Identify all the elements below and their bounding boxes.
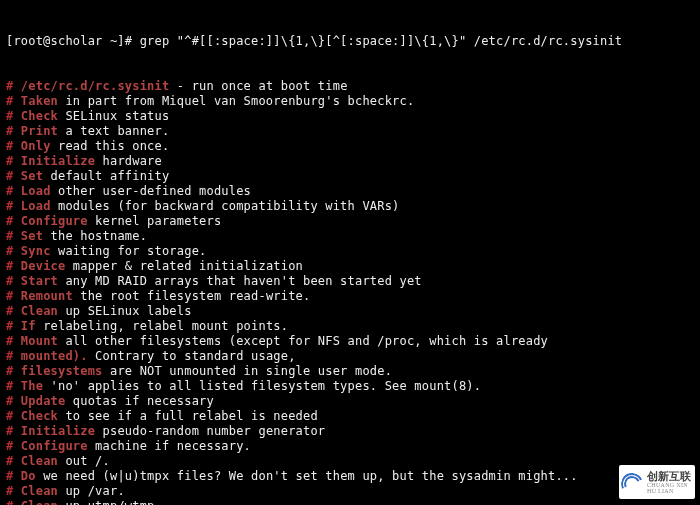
line-rest: default affinity <box>43 169 169 183</box>
comment-hash: # <box>6 229 21 243</box>
highlight-token: Update <box>21 394 66 408</box>
highlight-token: Clean <box>21 499 58 505</box>
output-line: # Start any MD RAID arrays that haven't … <box>6 274 694 289</box>
output-line: # If relabeling, relabel mount points. <box>6 319 694 334</box>
highlight-token: Taken <box>21 94 58 108</box>
shell-prompt: [root@scholar ~]# <box>6 34 132 48</box>
comment-hash: # <box>6 304 21 318</box>
line-rest: machine if necessary. <box>88 439 251 453</box>
line-rest: up /var. <box>58 484 125 498</box>
line-rest: - run once at boot time <box>169 79 347 93</box>
output-line: # Only read this once. <box>6 139 694 154</box>
comment-hash: # <box>6 184 21 198</box>
output-line: # Set the hostname. <box>6 229 694 244</box>
output-line: # Check to see if a full relabel is need… <box>6 409 694 424</box>
output-line: # Clean out /. <box>6 454 694 469</box>
highlight-token: Sync <box>21 244 51 258</box>
comment-hash: # <box>6 94 21 108</box>
watermark-subtitle: CHUANG XIN HU LIAN <box>647 482 691 494</box>
comment-hash: # <box>6 124 21 138</box>
highlight-token: Clean <box>21 454 58 468</box>
output-line: # Clean up SELinux labels <box>6 304 694 319</box>
line-rest: SELinux status <box>58 109 169 123</box>
comment-hash: # <box>6 439 21 453</box>
highlight-token: Set <box>21 169 43 183</box>
line-rest: relabeling, relabel mount points. <box>36 319 288 333</box>
output-line: # Do we need (w|u)tmpx files? We don't s… <box>6 469 694 484</box>
output-line: # Set default affinity <box>6 169 694 184</box>
highlight-token: mounted). <box>21 349 88 363</box>
output-line: # /etc/rc.d/rc.sysinit - run once at boo… <box>6 79 694 94</box>
highlight-token: Configure <box>21 439 88 453</box>
output-line: # Mount all other filesystems (except fo… <box>6 334 694 349</box>
highlight-token: If <box>21 319 36 333</box>
comment-hash: # <box>6 349 21 363</box>
comment-hash: # <box>6 394 21 408</box>
shell-command: grep "^#[[:space:]]\{1,\}[^[:space:]]\{1… <box>140 34 623 48</box>
comment-hash: # <box>6 169 21 183</box>
comment-hash: # <box>6 244 21 258</box>
output-line: # Print a text banner. <box>6 124 694 139</box>
output-line: # Clean up utmp/wtmp <box>6 499 694 505</box>
line-rest: modules (for backward compatibility with… <box>51 199 400 213</box>
highlight-token: /etc/rc.d/rc.sysinit <box>21 79 170 93</box>
output-line: # Initialize hardware <box>6 154 694 169</box>
watermark-logo-icon <box>621 471 643 493</box>
comment-hash: # <box>6 484 21 498</box>
output-line: # The 'no' applies to all listed filesys… <box>6 379 694 394</box>
line-rest: are NOT unmounted in single user mode. <box>103 364 393 378</box>
highlight-token: Check <box>21 109 58 123</box>
output-line: # Configure kernel parameters <box>6 214 694 229</box>
line-rest: the root filesystem read-write. <box>73 289 311 303</box>
highlight-token: Set <box>21 229 43 243</box>
highlight-token: Initialize <box>21 154 95 168</box>
line-rest: in part from Miquel van Smoorenburg's bc… <box>58 94 414 108</box>
terminal-output[interactable]: [root@scholar ~]# grep "^#[[:space:]]\{1… <box>0 0 700 505</box>
watermark-title: 创新互联 <box>647 470 691 482</box>
comment-hash: # <box>6 379 21 393</box>
output-line: # Configure machine if necessary. <box>6 439 694 454</box>
highlight-token: Configure <box>21 214 88 228</box>
line-rest: we need (w|u)tmpx files? We don't set th… <box>36 469 578 483</box>
output-line: # Load modules (for backward compatibili… <box>6 199 694 214</box>
comment-hash: # <box>6 109 21 123</box>
line-rest: hardware <box>95 154 162 168</box>
line-rest: read this once. <box>51 139 170 153</box>
highlight-token: Check <box>21 409 58 423</box>
watermark: 创新互联 CHUANG XIN HU LIAN <box>619 465 695 499</box>
highlight-token: The <box>21 379 43 393</box>
comment-hash: # <box>6 469 21 483</box>
line-rest: quotas if necessary <box>65 394 214 408</box>
comment-hash: # <box>6 319 21 333</box>
highlight-token: Initialize <box>21 424 95 438</box>
line-rest: up utmp/wtmp <box>58 499 155 505</box>
comment-hash: # <box>6 274 21 288</box>
highlight-token: Clean <box>21 304 58 318</box>
highlight-token: Do <box>21 469 36 483</box>
line-rest: mapper & related initialization <box>65 259 303 273</box>
comment-hash: # <box>6 364 21 378</box>
highlight-token: Start <box>21 274 58 288</box>
output-line: # Clean up /var. <box>6 484 694 499</box>
line-rest: the hostname. <box>43 229 147 243</box>
comment-hash: # <box>6 139 21 153</box>
highlight-token: Load <box>21 199 51 213</box>
highlight-token: Remount <box>21 289 73 303</box>
command-line: [root@scholar ~]# grep "^#[[:space:]]\{1… <box>6 34 694 49</box>
comment-hash: # <box>6 289 21 303</box>
output-line: # Device mapper & related initialization <box>6 259 694 274</box>
output-line: # mounted). Contrary to standard usage, <box>6 349 694 364</box>
line-rest: to see if a full relabel is needed <box>58 409 318 423</box>
comment-hash: # <box>6 454 21 468</box>
highlight-token: Clean <box>21 484 58 498</box>
highlight-token: Device <box>21 259 66 273</box>
line-rest: any MD RAID arrays that haven't been sta… <box>58 274 422 288</box>
output-line: # Update quotas if necessary <box>6 394 694 409</box>
highlight-token: Print <box>21 124 58 138</box>
line-rest: a text banner. <box>58 124 169 138</box>
output-line: # Check SELinux status <box>6 109 694 124</box>
highlight-token: filesystems <box>21 364 103 378</box>
line-rest: up SELinux labels <box>58 304 192 318</box>
output-line: # Initialize pseudo-random number genera… <box>6 424 694 439</box>
comment-hash: # <box>6 409 21 423</box>
